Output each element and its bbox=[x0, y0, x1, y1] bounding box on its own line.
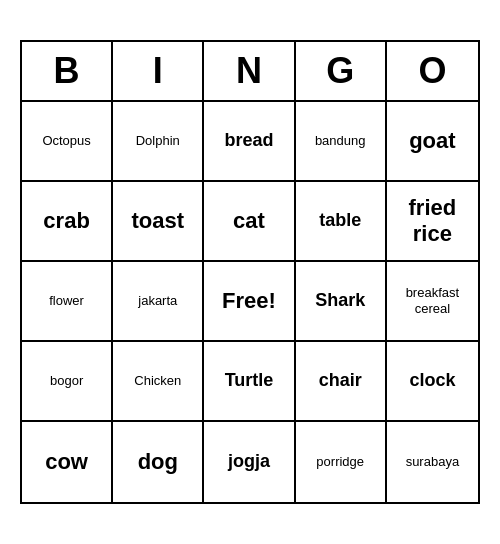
bingo-cell[interactable]: breakfastcereal bbox=[387, 262, 478, 342]
bingo-cell[interactable]: porridge bbox=[296, 422, 387, 502]
cell-label: flower bbox=[49, 293, 84, 309]
header-letter: O bbox=[387, 42, 478, 100]
bingo-cell[interactable]: Turtle bbox=[204, 342, 295, 422]
cell-label: Shark bbox=[315, 290, 365, 312]
cell-label: surabaya bbox=[406, 454, 459, 470]
cell-label: cat bbox=[233, 208, 265, 234]
cell-label: breakfastcereal bbox=[406, 285, 459, 316]
bingo-card: BINGO OctopusDolphinbreadbandunggoatcrab… bbox=[20, 40, 480, 504]
bingo-cell[interactable]: crab bbox=[22, 182, 113, 262]
cell-label: cow bbox=[45, 449, 88, 475]
cell-label: goat bbox=[409, 128, 455, 154]
cell-label: Octopus bbox=[42, 133, 90, 149]
cell-label: bandung bbox=[315, 133, 366, 149]
cell-label: Turtle bbox=[225, 370, 274, 392]
header-letter: B bbox=[22, 42, 113, 100]
header-letter: G bbox=[296, 42, 387, 100]
cell-label: chair bbox=[319, 370, 362, 392]
bingo-cell[interactable]: surabaya bbox=[387, 422, 478, 502]
cell-label: jogja bbox=[228, 451, 270, 473]
bingo-cell[interactable]: toast bbox=[113, 182, 204, 262]
bingo-cell[interactable]: goat bbox=[387, 102, 478, 182]
bingo-cell[interactable]: cow bbox=[22, 422, 113, 502]
bingo-cell[interactable]: bogor bbox=[22, 342, 113, 422]
bingo-cell[interactable]: friedrice bbox=[387, 182, 478, 262]
bingo-cell[interactable]: clock bbox=[387, 342, 478, 422]
bingo-cell[interactable]: cat bbox=[204, 182, 295, 262]
bingo-cell[interactable]: flower bbox=[22, 262, 113, 342]
bingo-grid: OctopusDolphinbreadbandunggoatcrabtoastc… bbox=[22, 102, 478, 502]
cell-label: jakarta bbox=[138, 293, 177, 309]
cell-label: Chicken bbox=[134, 373, 181, 389]
bingo-cell[interactable]: jakarta bbox=[113, 262, 204, 342]
bingo-cell[interactable]: chair bbox=[296, 342, 387, 422]
header-letter: I bbox=[113, 42, 204, 100]
bingo-cell[interactable]: Shark bbox=[296, 262, 387, 342]
bingo-cell[interactable]: Chicken bbox=[113, 342, 204, 422]
bingo-cell[interactable]: bandung bbox=[296, 102, 387, 182]
cell-label: Dolphin bbox=[136, 133, 180, 149]
cell-label: table bbox=[319, 210, 361, 232]
bingo-cell[interactable]: Dolphin bbox=[113, 102, 204, 182]
bingo-cell[interactable]: dog bbox=[113, 422, 204, 502]
cell-label: clock bbox=[409, 370, 455, 392]
cell-label: porridge bbox=[316, 454, 364, 470]
bingo-header: BINGO bbox=[22, 42, 478, 102]
cell-label: friedrice bbox=[409, 195, 457, 248]
cell-label: bread bbox=[224, 130, 273, 152]
bingo-cell[interactable]: Octopus bbox=[22, 102, 113, 182]
cell-label: bogor bbox=[50, 373, 83, 389]
header-letter: N bbox=[204, 42, 295, 100]
cell-label: toast bbox=[132, 208, 185, 234]
cell-label: crab bbox=[43, 208, 89, 234]
bingo-cell[interactable]: bread bbox=[204, 102, 295, 182]
cell-label: Free! bbox=[222, 288, 276, 314]
bingo-cell[interactable]: Free! bbox=[204, 262, 295, 342]
cell-label: dog bbox=[138, 449, 178, 475]
bingo-cell[interactable]: jogja bbox=[204, 422, 295, 502]
bingo-cell[interactable]: table bbox=[296, 182, 387, 262]
